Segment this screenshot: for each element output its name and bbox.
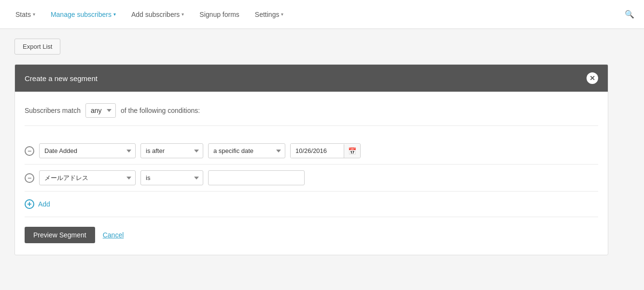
add-condition-row[interactable]: + Add: [25, 192, 598, 217]
nav-item-settings[interactable]: Settings ▾: [249, 7, 290, 22]
add-circle-icon: +: [25, 199, 34, 209]
add-label: Add: [38, 200, 50, 208]
action-row: Preview Segment Cancel: [25, 217, 598, 243]
search-icon[interactable]: 🔍: [625, 10, 634, 19]
condition-row-1: − Date Added メールアドレス First Name Last Nam…: [25, 138, 598, 165]
chevron-settings-icon: ▾: [281, 12, 283, 17]
match-select[interactable]: any all: [85, 103, 116, 118]
value-type-select-1[interactable]: a specific date a specific date range: [208, 143, 285, 158]
field-select-2[interactable]: メールアドレス Date Added First Name Last Name: [39, 170, 136, 185]
operator-select-2[interactable]: is contains starts with: [140, 170, 203, 185]
cancel-button[interactable]: Cancel: [103, 231, 124, 239]
preview-segment-button[interactable]: Preview Segment: [25, 227, 95, 243]
export-list-button[interactable]: Export List: [14, 39, 60, 55]
minus-icon-2: −: [28, 174, 31, 182]
operator-select-1[interactable]: is after is before is: [140, 143, 203, 158]
minus-icon-1: −: [28, 147, 31, 155]
nav-item-stats[interactable]: Stats ▾: [10, 7, 41, 22]
nav-label-add-subscribers: Add subscribers: [131, 11, 180, 18]
remove-condition-2-button[interactable]: −: [25, 173, 34, 183]
nav-item-signup-forms[interactable]: Signup forms: [194, 7, 245, 22]
remove-condition-1-button[interactable]: −: [25, 146, 34, 156]
segment-title: Create a new segment: [25, 74, 98, 83]
main-content: Export List Create a new segment ✕ Subsc…: [0, 29, 644, 265]
chevron-stats-icon: ▾: [33, 12, 35, 17]
chevron-add-icon: ▾: [182, 12, 184, 17]
match-row: Subscribers match any all of the followi…: [25, 103, 598, 126]
date-input-wrapper-1: 📅: [290, 143, 361, 158]
calendar-icon-1: 📅: [348, 147, 356, 155]
nav-label-manage-subscribers: Manage subscribers: [51, 11, 112, 18]
subscribers-match-label: Subscribers match: [25, 107, 81, 114]
segment-header: Create a new segment ✕: [15, 65, 608, 92]
segment-body: Subscribers match any all of the followi…: [15, 92, 608, 255]
field-select-1[interactable]: Date Added メールアドレス First Name Last Name: [39, 143, 136, 158]
text-value-input-2[interactable]: [208, 170, 305, 185]
nav-item-add-subscribers[interactable]: Add subscribers ▾: [126, 7, 190, 22]
nav-label-stats: Stats: [15, 11, 31, 18]
calendar-button-1[interactable]: 📅: [344, 144, 360, 158]
date-input-1[interactable]: [291, 144, 344, 158]
top-navigation: Stats ▾ Manage subscribers ▾ Add subscri…: [0, 0, 644, 29]
chevron-manage-icon: ▾: [113, 12, 116, 17]
nav-label-signup-forms: Signup forms: [199, 11, 239, 18]
close-icon: ✕: [589, 75, 595, 82]
nav-item-manage-subscribers[interactable]: Manage subscribers ▾: [45, 7, 122, 22]
close-segment-button[interactable]: ✕: [587, 72, 598, 84]
create-segment-panel: Create a new segment ✕ Subscribers match…: [14, 64, 608, 255]
condition-row-2: − メールアドレス Date Added First Name Last Nam…: [25, 165, 598, 192]
nav-label-settings: Settings: [255, 11, 280, 18]
conditions-label: of the following conditions:: [121, 107, 200, 114]
